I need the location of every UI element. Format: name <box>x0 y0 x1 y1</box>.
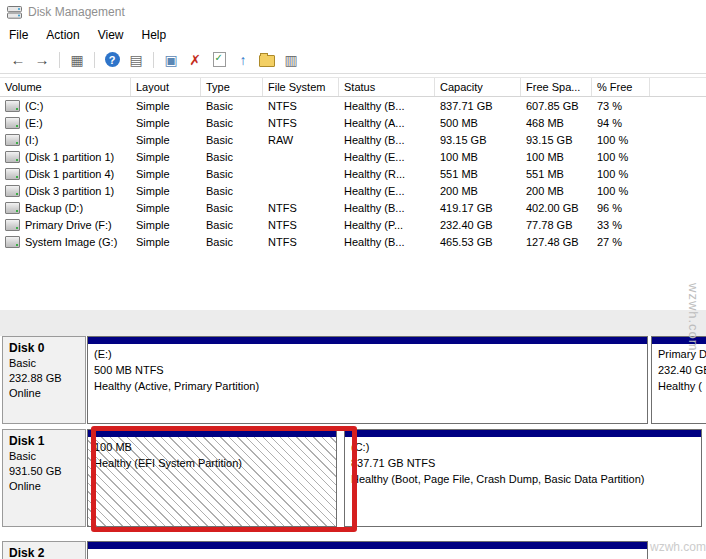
volume-list-pane: Volume Layout Type File System Status Ca… <box>0 77 706 310</box>
volume-row-backup-d[interactable]: Backup (D:) Simple Basic NTFS Healthy (B… <box>0 199 706 216</box>
partition-color-strip <box>345 430 701 437</box>
partition-c[interactable]: (C:) 837.71 GB NTFS Healthy (Boot, Page … <box>344 429 702 527</box>
volume-capacity: 419.17 GB <box>435 199 521 216</box>
volume-icon <box>5 202 20 214</box>
partition-title: (E:) <box>94 346 647 362</box>
details-view-icon[interactable]: ▥ <box>281 50 301 70</box>
toolbar-separator <box>153 52 154 68</box>
volume-type: Basic <box>201 148 263 165</box>
disk2-header[interactable]: Disk 2 Basic <box>2 541 86 559</box>
volume-name: (Disk 1 partition 1) <box>25 151 114 163</box>
column-header-volume[interactable]: Volume <box>0 78 131 96</box>
disk-management-window: Disk Management File Action View Help ← … <box>0 0 706 559</box>
column-header-file-system[interactable]: File System <box>263 78 339 96</box>
volume-row-primary-f[interactable]: Primary Drive (F:) Simple Basic NTFS Hea… <box>0 216 706 233</box>
disk0-header[interactable]: Disk 0 Basic 232.88 GB Online <box>2 336 86 424</box>
partition-primary-drive[interactable]: Primary D... 232.40 GB Healthy ( <box>651 336 706 424</box>
volume-type: Basic <box>201 182 263 199</box>
volume-status: Healthy (B... <box>339 131 435 148</box>
menu-view[interactable]: View <box>89 24 133 46</box>
volume-name: (Disk 3 partition 1) <box>25 185 114 197</box>
volume-layout: Simple <box>131 114 201 131</box>
volume-filesystem: NTFS <box>263 114 339 131</box>
volume-name: (C:) <box>25 100 43 112</box>
back-icon[interactable]: ← <box>8 50 28 70</box>
volume-free-space: 468 MB <box>521 114 592 131</box>
window-title: Disk Management <box>28 5 125 19</box>
forward-icon[interactable]: → <box>32 50 52 70</box>
open-folder-icon[interactable] <box>257 50 277 70</box>
volume-type: Basic <box>201 233 263 250</box>
volume-pct-free: 94 % <box>592 114 650 131</box>
volume-type: Basic <box>201 165 263 182</box>
disk-name: Disk 2 <box>9 546 85 559</box>
titlebar: Disk Management <box>0 0 706 24</box>
partition-color-strip <box>88 542 647 549</box>
menu-file[interactable]: File <box>0 24 37 46</box>
disk-kind: Basic <box>9 356 85 371</box>
column-header-pct-free[interactable]: % Free <box>592 78 650 96</box>
partition-e[interactable]: (E:) 500 MB NTFS Healthy (Active, Primar… <box>87 336 648 424</box>
volume-layout: Simple <box>131 165 201 182</box>
show-console-tree-icon[interactable]: ▦ <box>67 50 87 70</box>
display-dialog-icon[interactable]: ▣ <box>161 50 181 70</box>
disk1-header[interactable]: Disk 1 Basic 931.50 GB Online <box>2 429 86 527</box>
volume-name: System Image (G:) <box>25 236 117 248</box>
volume-icon <box>5 168 20 180</box>
volume-capacity: 500 MB <box>435 114 521 131</box>
volume-free-space: 100 MB <box>521 148 592 165</box>
column-header-status[interactable]: Status <box>339 78 435 96</box>
volume-row-e[interactable]: (E:) Simple Basic NTFS Healthy (A... 500… <box>0 114 706 131</box>
volume-status: Healthy (B... <box>339 199 435 216</box>
volume-name: (I:) <box>25 134 38 146</box>
column-header-filler <box>650 78 706 96</box>
volume-icon <box>5 236 20 248</box>
volume-status: Healthy (E... <box>339 148 435 165</box>
volume-row-disk1-part1[interactable]: (Disk 1 partition 1) Simple Basic Health… <box>0 148 706 165</box>
volume-row-c[interactable]: (C:) Simple Basic NTFS Healthy (B... 837… <box>0 97 706 114</box>
column-header-free-space[interactable]: Free Spa... <box>521 78 592 96</box>
menu-help[interactable]: Help <box>133 24 176 46</box>
volume-capacity: 551 MB <box>435 165 521 182</box>
volume-pct-free: 100 % <box>592 182 650 199</box>
volume-row-system-g[interactable]: System Image (G:) Simple Basic NTFS Heal… <box>0 233 706 250</box>
delete-icon[interactable]: ✗ <box>185 50 205 70</box>
toolbar-separator <box>94 52 95 68</box>
volume-capacity: 232.40 GB <box>435 216 521 233</box>
volume-layout: Simple <box>131 97 201 114</box>
disk2-partition[interactable] <box>87 541 648 559</box>
disk-size: 931.50 GB <box>9 464 85 479</box>
pane-splitter[interactable] <box>0 310 706 336</box>
volume-capacity: 93.15 GB <box>435 131 521 148</box>
column-header-type[interactable]: Type <box>201 78 263 96</box>
volume-name: (E:) <box>25 117 43 129</box>
commit-check-icon[interactable] <box>209 50 229 70</box>
volume-status: Healthy (P... <box>339 216 435 233</box>
volume-row-i[interactable]: (I:) Simple Basic RAW Healthy (B... 93.1… <box>0 131 706 148</box>
column-header-capacity[interactable]: Capacity <box>435 78 521 96</box>
volume-status: Healthy (E... <box>339 182 435 199</box>
partition-efi-system[interactable]: 100 MB Healthy (EFI System Partition) <box>87 429 337 527</box>
partition-detail: 500 MB NTFS <box>94 362 647 378</box>
up-icon[interactable]: ↑ <box>233 50 253 70</box>
partition-title: (C:) <box>351 439 701 455</box>
help-icon[interactable]: ? <box>102 50 122 70</box>
volume-filesystem: NTFS <box>263 199 339 216</box>
volume-layout: Simple <box>131 216 201 233</box>
volume-layout: Simple <box>131 199 201 216</box>
volume-icon <box>5 134 20 146</box>
column-header-layout[interactable]: Layout <box>131 78 201 96</box>
volume-row-disk3-part1[interactable]: (Disk 3 partition 1) Simple Basic Health… <box>0 182 706 199</box>
disk-size: 232.88 GB <box>9 371 85 386</box>
volume-row-disk1-part4[interactable]: (Disk 1 partition 4) Simple Basic Health… <box>0 165 706 182</box>
disk-kind: Basic <box>9 449 85 464</box>
app-icon <box>7 6 22 19</box>
volume-pct-free: 33 % <box>592 216 650 233</box>
properties-icon[interactable]: ▤ <box>126 50 146 70</box>
volume-free-space: 551 MB <box>521 165 592 182</box>
volume-pct-free: 27 % <box>592 233 650 250</box>
volume-capacity: 200 MB <box>435 182 521 199</box>
volume-filesystem: NTFS <box>263 97 339 114</box>
volume-name: Backup (D:) <box>25 202 83 214</box>
menu-action[interactable]: Action <box>37 24 88 46</box>
